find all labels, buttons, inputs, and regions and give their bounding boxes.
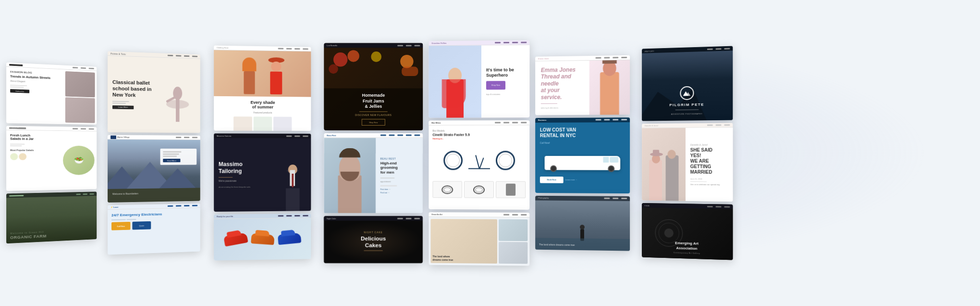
summer-headline: Every shadeof summer [218,100,307,110]
thumb-van-rental[interactable]: Business LOW COST VANRENTAL IN NYC Call … [535,117,630,193]
thumb-interior[interactable]: Draw An Art The land wheredreams come tr… [429,212,529,266]
cakes-headline: DeliciousCakes [361,235,386,249]
van-headline: LOW COST VANRENTAL IN NYC [540,127,625,139]
summer-sub: Featured products [218,111,307,114]
thumb-village[interactable]: Alpine Village Welco [108,135,200,203]
thumb-ballet[interactable]: Pointe & Tutu Classical ballet school ba… [108,51,200,133]
thumb-emma[interactable]: Emma Jones Emma JonesThread andneedleat … [535,55,630,115]
thumb-sneakers[interactable]: Ready for your life [214,214,311,261]
food-headline: HomemadeFruit Jams& Jellies [329,93,418,109]
column-4: Lori Borriello [324,43,423,263]
food-sub: DISCOVER NEW FLAVOURS [329,114,418,116]
thumb-superhero[interactable]: Grandma Follies [429,40,529,118]
beard-label: BEAU REST [380,157,418,160]
thumb-tailoring[interactable]: Massimo Sartoria MassimoTailoring We're … [214,133,311,212]
salads-sub: Most Popular Salads [10,149,57,151]
tailoring-sub: We're passionate [219,179,270,182]
interior-headline: The land wheredreams come true [432,255,453,261]
beard-headline: High-endgroomingfor men [380,161,418,175]
column-3: Clothing Store [214,46,311,261]
thumb-electrician[interactable]: ⚡ Laser 24/7 Emergency Electricians Call… [108,204,200,255]
column-6: Emma Jones Emma JonesThread andneedleat … [535,55,630,251]
art-assoc-title: Emerging ArtAssociation [647,240,728,252]
thumb-food-jams[interactable]: Lori Borriello [324,43,423,130]
thumb-art-assoc[interactable]: E.A.A. Emerging ArtAssociation Cont [642,203,733,260]
ballet-headline: Classical ballet school based in New Yor… [112,79,155,99]
main-scene: FASHION BLOG Trends in Autumn Streets Ab… [0,0,980,306]
superhero-headline: It's time to be Superhero [486,67,525,78]
thumb-fashion-blog[interactable]: FASHION BLOG Trends in Autumn Streets Ab… [6,63,97,125]
thumb-cakes[interactable]: Night Cake NIGHT CAKE DeliciousCakes [324,216,423,263]
column-7: pilgrim pete [642,46,733,260]
thumb-bicycle[interactable]: Bici Bikes Bici Models Cinelli Strato Fa… [429,120,529,210]
thumb-organic-farm[interactable]: Welcome to Green Hill ORGANIC FARM [6,191,97,243]
wedding-headline: SHE SAIDYES!WE AREGETTINGMARRIED [690,147,728,175]
emma-headline: Emma JonesThread andneedleat yourservice… [541,66,584,101]
thumb-landscape[interactable]: Photography The land where dreams come t… [535,195,630,251]
wedding-sub: Danielle & Jared [690,143,728,146]
electrician-title: 24/7 Emergency Electricians [111,211,196,217]
fashion-sub: About Elegant [10,80,61,84]
bicycle-headline: Cinelli Strato Faster 5.9 [432,133,526,136]
van-sub: Call Now! [540,141,625,144]
pilgrim-title: PILGRIM PETE [670,102,704,107]
column-2: Pointe & Tutu Classical ballet school ba… [108,51,200,255]
thumb-salads[interactable]: FRESH & LUNCH Fresh LunchSalads in a Jar… [6,126,97,191]
thumb-pilgrim[interactable]: pilgrim pete [642,46,733,121]
column-5: Grandma Follies [429,40,529,266]
thumb-beard[interactable]: Beau Rest [324,133,423,213]
thumb-wedding[interactable]: Danielle & Jared [642,123,733,202]
tailoring-headline: MassimoTailoring [219,161,270,175]
salads-headline: Fresh LunchSalads in a Jar [10,134,57,141]
thumb-summer[interactable]: Clothing Store [214,46,311,131]
column-1: FASHION BLOG Trends in Autumn Streets Ab… [6,63,97,243]
fashion-label: FASHION BLOG [10,70,61,75]
